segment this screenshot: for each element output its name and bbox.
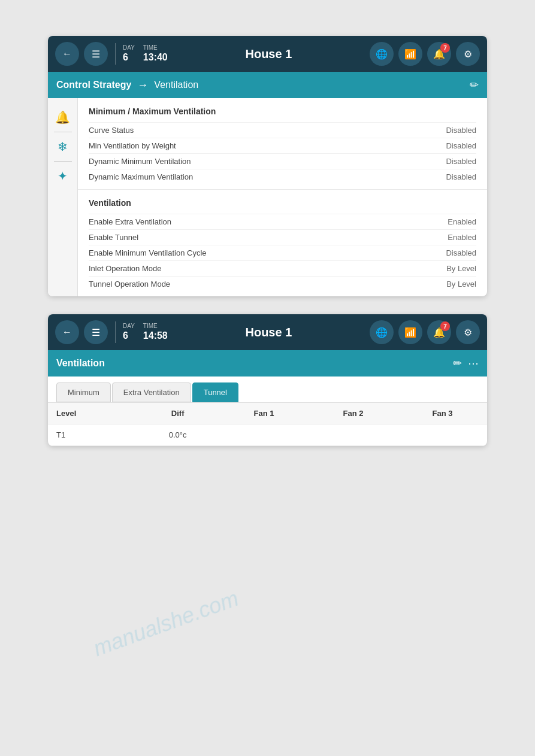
header-2: ← ☰ DAY 6 TIME 14:58 House 1 🌐 📶 🔔 7 ⚙ bbox=[48, 314, 487, 350]
time-display-2: TIME 14:58 bbox=[143, 322, 168, 342]
day-value: 6 bbox=[123, 51, 135, 64]
value-min-vent-weight: Disabled bbox=[446, 141, 476, 150]
card-2: ← ☰ DAY 6 TIME 14:58 House 1 🌐 📶 🔔 7 ⚙ V… bbox=[48, 314, 487, 446]
breadcrumb-current: Ventilation bbox=[154, 80, 198, 90]
label-dynamic-max: Dynamic Maximum Ventilation bbox=[89, 172, 193, 181]
ventilation-tabs: Minimum Extra Ventilation Tunnel bbox=[48, 377, 487, 403]
value-inlet-mode: By Level bbox=[446, 264, 476, 273]
time-value: 13:40 bbox=[143, 51, 168, 64]
header-divider-2 bbox=[115, 321, 116, 343]
tab-edit-button[interactable]: ✏ bbox=[453, 357, 462, 370]
edit-icon[interactable]: ✏ bbox=[470, 78, 479, 92]
section-ventilation-title: Ventilation bbox=[89, 198, 476, 208]
tab-more-button[interactable]: ⋯ bbox=[468, 357, 479, 370]
header-right-actions: 🌐 📶 🔔 7 ⚙ bbox=[370, 42, 480, 66]
label-inlet-mode: Inlet Operation Mode bbox=[89, 264, 161, 273]
cell-fan2-t1[interactable] bbox=[309, 424, 398, 446]
globe-button[interactable]: 🌐 bbox=[370, 42, 394, 66]
day-time-display: DAY 6 bbox=[123, 44, 135, 64]
label-dynamic-min: Dynamic Minimum Ventilation bbox=[89, 157, 191, 166]
wifi-button[interactable]: 📶 bbox=[398, 42, 422, 66]
row-curve-status: Curve Status Disabled bbox=[89, 122, 476, 138]
col-fan3: Fan 3 bbox=[398, 403, 487, 424]
card-1: ← ☰ DAY 6 TIME 13:40 House 1 🌐 📶 🔔 7 ⚙ C… bbox=[48, 36, 487, 296]
label-extra-vent: Enable Extra Ventilation bbox=[89, 217, 171, 226]
alert-badge: 7 bbox=[440, 43, 450, 53]
back-button-2[interactable]: ← bbox=[55, 320, 79, 344]
value-curve-status: Disabled bbox=[446, 126, 476, 135]
row-inlet-mode: Inlet Operation Mode By Level bbox=[89, 260, 476, 276]
tab-tunnel[interactable]: Tunnel bbox=[192, 382, 238, 402]
cell-level-t1[interactable]: T1 bbox=[48, 424, 136, 446]
sidebar-divider-1 bbox=[54, 132, 72, 132]
header-right-actions-2: 🌐 📶 🔔 7 ⚙ bbox=[370, 320, 480, 344]
value-min-vent-cycle: Disabled bbox=[446, 248, 476, 257]
tab-bar-actions: ✏ ⋯ bbox=[453, 357, 479, 370]
time-label-2: TIME bbox=[143, 322, 168, 330]
sidebar-1: 🔔 ❄ ✦ bbox=[48, 98, 78, 296]
settings-button[interactable]: ⚙ bbox=[456, 42, 480, 66]
label-tunnel: Enable Tunnel bbox=[89, 233, 138, 242]
alert-button-2[interactable]: 🔔 7 bbox=[427, 320, 451, 344]
menu-button[interactable]: ☰ bbox=[84, 42, 108, 66]
row-extra-vent: Enable Extra Ventilation Enabled bbox=[89, 214, 476, 229]
sidebar-divider-2 bbox=[54, 161, 72, 162]
value-tunnel-mode: By Level bbox=[446, 280, 476, 289]
watermark: manualshe.com bbox=[90, 586, 241, 661]
alert-badge-2: 7 bbox=[440, 321, 450, 331]
col-diff: Diff bbox=[136, 403, 219, 424]
value-extra-vent: Enabled bbox=[448, 217, 476, 226]
breadcrumb-parent[interactable]: Control Strategy bbox=[56, 80, 131, 90]
header-title-1: House 1 bbox=[173, 47, 365, 61]
tab-minimum[interactable]: Minimum bbox=[56, 382, 111, 402]
value-dynamic-max: Disabled bbox=[446, 172, 476, 181]
label-curve-status: Curve Status bbox=[89, 126, 134, 135]
value-dynamic-min: Disabled bbox=[446, 157, 476, 166]
card-body-1: 🔔 ❄ ✦ Minimum / Maximum Ventilation Curv… bbox=[48, 98, 487, 296]
breadcrumb-arrow-icon: → bbox=[137, 79, 148, 92]
row-min-vent-weight: Min Ventilation by Weight Disabled bbox=[89, 138, 476, 153]
row-tunnel-mode: Tunnel Operation Mode By Level bbox=[89, 276, 476, 292]
section-ventilation: Ventilation Enable Extra Ventilation Ena… bbox=[78, 190, 487, 296]
sidebar-bell-icon[interactable]: 🔔 bbox=[50, 104, 76, 130]
day-label-2: DAY bbox=[123, 322, 135, 330]
day-label: DAY bbox=[123, 44, 135, 51]
row-tunnel: Enable Tunnel Enabled bbox=[89, 229, 476, 245]
row-dynamic-min: Dynamic Minimum Ventilation Disabled bbox=[89, 153, 476, 169]
day-time-display-2: DAY 6 bbox=[123, 322, 135, 342]
col-fan1: Fan 1 bbox=[219, 403, 309, 424]
time-display: TIME 13:40 bbox=[143, 44, 168, 64]
label-min-vent-cycle: Enable Minimum Ventilation Cycle bbox=[89, 248, 207, 257]
value-tunnel: Enabled bbox=[448, 233, 476, 242]
col-fan2: Fan 2 bbox=[309, 403, 398, 424]
menu-button-2[interactable]: ☰ bbox=[84, 320, 108, 344]
breadcrumb-bar: Control Strategy → Ventilation ✏ bbox=[48, 72, 487, 98]
time-label: TIME bbox=[143, 44, 168, 51]
wifi-button-2[interactable]: 📶 bbox=[398, 320, 422, 344]
section-min-max-title: Minimum / Maximum Ventilation bbox=[89, 107, 476, 116]
header-1: ← ☰ DAY 6 TIME 13:40 House 1 🌐 📶 🔔 7 ⚙ bbox=[48, 36, 487, 72]
cell-fan3-t1[interactable] bbox=[398, 424, 487, 446]
header-divider bbox=[115, 43, 116, 65]
globe-button-2[interactable]: 🌐 bbox=[370, 320, 394, 344]
header-title-2: House 1 bbox=[173, 326, 365, 339]
cell-diff-t1[interactable]: 0.0°c bbox=[136, 424, 219, 446]
alert-button[interactable]: 🔔 7 bbox=[427, 42, 451, 66]
row-dynamic-max: Dynamic Maximum Ventilation Disabled bbox=[89, 169, 476, 184]
tab-extra-ventilation[interactable]: Extra Ventilation bbox=[112, 382, 191, 402]
table-header-row: Level Diff Fan 1 Fan 2 Fan 3 bbox=[48, 403, 487, 424]
sidebar-fan-icon[interactable]: ✦ bbox=[50, 163, 76, 189]
ventilation-table: Level Diff Fan 1 Fan 2 Fan 3 T1 0.0°c bbox=[48, 403, 487, 446]
ventilation-title: Ventilation bbox=[56, 358, 105, 369]
section-min-max: Minimum / Maximum Ventilation Curve Stat… bbox=[78, 98, 487, 190]
cell-fan1-t1[interactable] bbox=[219, 424, 309, 446]
sidebar-snowflake-icon[interactable]: ❄ bbox=[50, 133, 76, 160]
col-level: Level bbox=[48, 403, 136, 424]
table-row: T1 0.0°c bbox=[48, 424, 487, 446]
ventilation-table-container: Level Diff Fan 1 Fan 2 Fan 3 T1 0.0°c bbox=[48, 403, 487, 446]
back-button[interactable]: ← bbox=[55, 42, 79, 66]
label-tunnel-mode: Tunnel Operation Mode bbox=[89, 280, 170, 289]
settings-button-2[interactable]: ⚙ bbox=[456, 320, 480, 344]
time-value-2: 14:58 bbox=[143, 330, 168, 342]
label-min-vent-weight: Min Ventilation by Weight bbox=[89, 141, 176, 150]
